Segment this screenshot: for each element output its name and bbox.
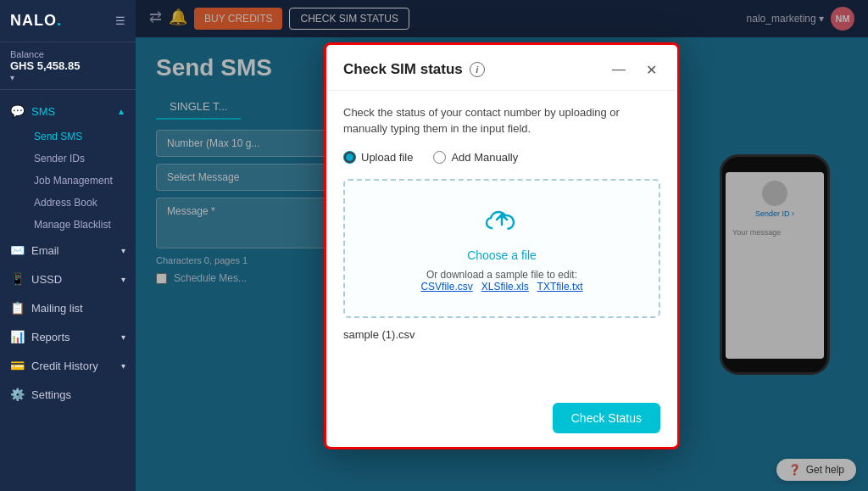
modal-close-button[interactable]: ✕: [643, 60, 660, 80]
sidebar-sub-nav: Send SMS Sender IDs Job Management Addre…: [0, 126, 136, 236]
sidebar: NALO. ☰ Balance GHS 5,458.85 ▾ 💬 SMS ▲ S…: [0, 0, 136, 491]
main-content: ⇄ 🔔 BUY CREDITS CHECK SIM STATUS nalo_ma…: [136, 0, 868, 491]
file-name: sample (1).csv: [343, 328, 660, 341]
modal-body: Check the status of your contact number …: [326, 91, 677, 393]
sidebar-item-email[interactable]: ✉️ Email ▾: [0, 236, 136, 265]
sidebar-item-ussd-label: USSD: [31, 273, 62, 286]
sms-icon: 💬: [10, 104, 25, 118]
sample-text: Or download a sample file to edit:: [426, 269, 577, 281]
modal-header: Check SIM status i — ✕: [326, 45, 677, 91]
check-status-button[interactable]: Check Status: [553, 403, 660, 433]
sidebar-item-send-sms[interactable]: Send SMS: [24, 126, 136, 148]
sidebar-balance: Balance GHS 5,458.85 ▾: [0, 42, 136, 90]
settings-icon: ⚙️: [10, 388, 25, 401]
modal-title: Check SIM status i: [343, 61, 485, 78]
info-icon[interactable]: i: [470, 62, 485, 77]
sidebar-item-mailing-list[interactable]: 📋 Mailing list: [0, 293, 136, 322]
upload-area[interactable]: Choose a file Or download a sample file …: [343, 179, 660, 318]
sidebar-item-email-label: Email: [31, 244, 59, 257]
sample-txt-link[interactable]: TXTfile.txt: [537, 281, 583, 293]
sidebar-item-mailing-label: Mailing list: [31, 302, 83, 315]
sidebar-item-reports[interactable]: 📊 Reports ▾: [0, 322, 136, 351]
sidebar-item-credit-label: Credit History: [31, 360, 98, 372]
check-sim-modal: Check SIM status i — ✕ Check the status …: [324, 42, 680, 449]
radio-upload-input[interactable]: [343, 151, 356, 164]
sidebar-logo: NALO. ☰: [0, 0, 136, 42]
sidebar-item-sender-ids[interactable]: Sender IDs: [24, 148, 136, 170]
radio-upload-text: Upload file: [361, 151, 413, 164]
radio-manual-label[interactable]: Add Manually: [433, 151, 518, 164]
sidebar-item-sms[interactable]: 💬 SMS ▲: [0, 97, 136, 126]
sidebar-item-reports-label: Reports: [31, 331, 70, 343]
sample-text-label: Or download a sample file to edit: CSVfi…: [420, 269, 582, 293]
email-icon: ✉️: [10, 243, 25, 257]
sample-csv-link[interactable]: CSVfile.csv: [420, 281, 472, 293]
upload-icon: [485, 204, 519, 242]
credit-icon: 💳: [10, 359, 25, 372]
menu-icon[interactable]: ☰: [115, 14, 125, 27]
sample-xls-link[interactable]: XLSfile.xls: [481, 281, 529, 293]
modal-header-actions: — ✕: [609, 60, 660, 80]
radio-manual-input[interactable]: [433, 151, 446, 164]
radio-group: Upload file Add Manually: [343, 151, 660, 164]
modal-overlay: Check SIM status i — ✕ Check the status …: [136, 0, 868, 491]
sidebar-item-credit-history[interactable]: 💳 Credit History ▾: [0, 351, 136, 380]
balance-amount: GHS 5,458.85: [10, 59, 125, 72]
radio-manual-text: Add Manually: [451, 151, 518, 164]
radio-upload-label[interactable]: Upload file: [343, 151, 413, 164]
balance-label: Balance: [10, 49, 125, 59]
mailing-icon: 📋: [10, 301, 25, 315]
modal-description: Check the status of your contact number …: [343, 104, 660, 137]
sidebar-nav: 💬 SMS ▲ Send SMS Sender IDs Job Manageme…: [0, 90, 136, 491]
sidebar-item-sms-label: SMS: [31, 105, 55, 118]
modal-title-text: Check SIM status: [343, 61, 463, 78]
choose-file-text[interactable]: Choose a file: [467, 248, 537, 262]
sidebar-item-ussd[interactable]: 📱 USSD ▾: [0, 265, 136, 293]
modal-footer: Check Status: [326, 393, 677, 447]
sidebar-item-address-book[interactable]: Address Book: [24, 192, 136, 214]
sidebar-item-manage-blacklist[interactable]: Manage Blacklist: [24, 214, 136, 236]
sidebar-item-settings[interactable]: ⚙️ Settings: [0, 380, 136, 409]
ussd-icon: 📱: [10, 272, 25, 286]
logo-text: NALO.: [10, 12, 62, 30]
sidebar-item-settings-label: Settings: [31, 388, 71, 401]
sidebar-item-job-management[interactable]: Job Management: [24, 170, 136, 192]
modal-minimize-button[interactable]: —: [609, 60, 629, 79]
reports-icon: 📊: [10, 330, 25, 343]
